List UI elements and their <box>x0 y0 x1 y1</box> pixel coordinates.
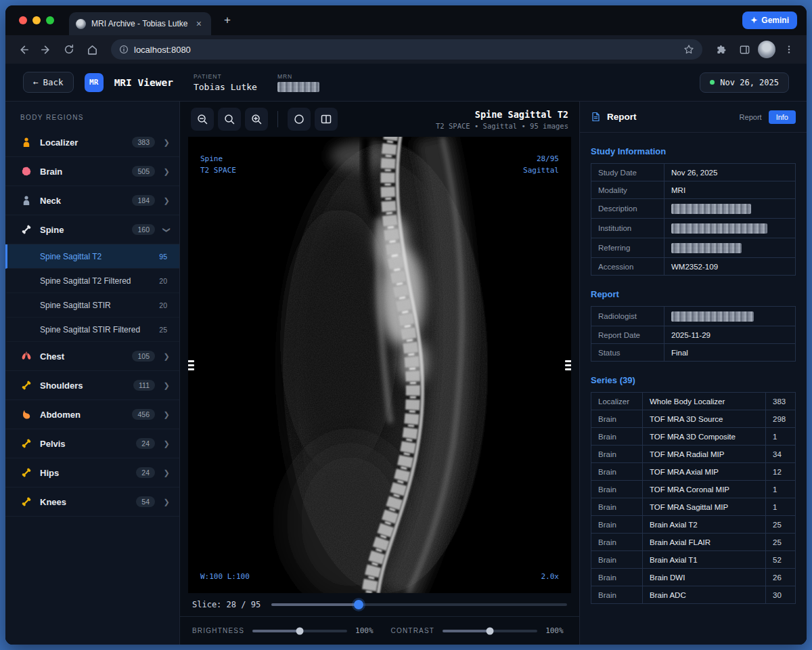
sidebar-item-neck[interactable]: Neck 184 ❯ <box>5 186 179 215</box>
sidebar-item-localizer[interactable]: Localizer 383 ❯ <box>5 128 179 157</box>
region-label: Knees <box>40 497 128 507</box>
sidebar-item-brain[interactable]: Brain 505 ❯ <box>5 157 179 186</box>
bone-icon <box>20 496 32 508</box>
table-row: Status Final <box>591 344 796 362</box>
series-row[interactable]: Brain TOF MRA Radial MIP 34 <box>591 446 796 463</box>
sidebar-item-shoulders[interactable]: Shoulders 111 ❯ <box>5 371 179 400</box>
browser-tab[interactable]: MRI Archive - Tobias Lutke × <box>69 12 211 35</box>
patient-name: Tobias Lutke <box>194 82 257 92</box>
back-arrow-glyph: ← <box>33 77 39 87</box>
count-text: 20 <box>159 277 167 285</box>
tab-title: MRI Archive - Tobias Lutke <box>91 19 188 28</box>
brightness-slider[interactable] <box>252 630 347 632</box>
series-row[interactable]: Brain Brain Axial T1 52 <box>591 551 796 569</box>
count-badge: 111 <box>133 380 155 391</box>
close-window-button[interactable] <box>19 16 27 24</box>
browser-window: MRI Archive - Tobias Lutke × + ✦ Gemini <box>5 5 807 645</box>
sidebar-subitem-spine-sagittal-stir-filtered[interactable]: Spine Sagittal STIR Filtered 25 <box>5 318 179 342</box>
extensions-icon[interactable] <box>712 40 731 59</box>
status-dot-icon <box>710 80 715 85</box>
series-row[interactable]: Localizer Whole Body Localizer 383 <box>591 393 796 410</box>
body-regions-sidebar: BODY REGIONS Localizer 383 ❯ Brain 505 ❯ <box>5 102 180 645</box>
series-heading: Series (39) <box>591 375 796 385</box>
series-row[interactable]: Brain TOF MRA 3D Source 298 <box>591 410 796 428</box>
series-row[interactable]: Brain Brain Axial T2 25 <box>591 516 796 534</box>
study-date-badge: Nov 26, 2025 <box>700 72 789 93</box>
layout-columns-icon[interactable] <box>315 108 338 131</box>
table-row: Accession WM2352-109 <box>591 258 796 276</box>
table-row: Referring <box>591 238 796 258</box>
zoom-icon[interactable] <box>218 108 241 131</box>
series-row[interactable]: Brain Brain Axial FLAIR 25 <box>591 534 796 551</box>
redacted-text <box>671 223 767 234</box>
sidebar-item-spine[interactable]: Spine 160 ❯ <box>5 215 179 244</box>
report-table: Radiologist Report Date 2025-11-29 Statu… <box>591 306 796 362</box>
subregion-label: Spine Sagittal T2 Filtered <box>40 276 154 286</box>
forward-arrow-icon[interactable] <box>37 40 55 59</box>
menu-kebab-icon[interactable] <box>780 40 798 59</box>
sidebar-item-pelvis[interactable]: Pelvis 24 ❯ <box>5 429 179 458</box>
panel-scroll-area[interactable]: Study Information Study Date Nov 26, 202… <box>580 133 807 645</box>
image-adjust-row: BRIGHTNESS 100% CONTRAST 100% <box>180 616 579 645</box>
chevron-right-icon: ❯ <box>163 381 170 390</box>
chevron-right-icon: ❯ <box>163 410 170 419</box>
address-bar[interactable]: localhost:8080 <box>111 39 702 60</box>
report-heading: Report <box>591 289 796 299</box>
region-label: Brain <box>40 167 124 177</box>
minimize-window-button[interactable] <box>32 16 41 24</box>
brain-icon <box>20 166 32 177</box>
redacted-text <box>671 243 742 253</box>
mri-canvas[interactable]: Spine T2 SPACE 28/95 Sagittal W:100 L:10… <box>188 137 571 593</box>
series-row[interactable]: Brain Brain ADC 30 <box>591 586 796 604</box>
tab-info[interactable]: Info <box>769 110 796 124</box>
browser-titlebar: MRI Archive - Tobias Lutke × + ✦ Gemini <box>5 5 807 35</box>
slice-slider[interactable] <box>271 603 567 606</box>
back-button[interactable]: ← Back <box>23 72 74 93</box>
region-label: Neck <box>40 196 124 206</box>
sidebar-subitem-spine-sagittal-stir[interactable]: Spine Sagittal STIR 20 <box>5 293 179 318</box>
chevron-right-icon: ❯ <box>163 498 170 506</box>
new-tab-button[interactable]: + <box>219 12 235 28</box>
sidebar-item-chest[interactable]: Chest 105 ❯ <box>5 342 179 371</box>
sidebar-item-hips[interactable]: Hips 24 ❯ <box>5 458 179 488</box>
sidebar-item-abdomen[interactable]: Abdomen 456 ❯ <box>5 400 179 429</box>
url-text: localhost:8080 <box>134 45 191 55</box>
series-row[interactable]: Brain TOF MRA Sagittal MIP 1 <box>591 498 796 516</box>
count-text: 25 <box>159 326 167 334</box>
right-panel-drag-handle[interactable] <box>565 360 571 370</box>
sidebar-subitem-spine-sagittal-t2-filtered[interactable]: Spine Sagittal T2 Filtered 20 <box>5 269 179 293</box>
sidebar-item-knees[interactable]: Knees 54 ❯ <box>5 488 179 517</box>
contrast-slider-thumb[interactable] <box>487 627 494 634</box>
bone-icon <box>20 380 32 391</box>
image-viewer: Spine Sagittal T2 T2 SPACE • Sagittal • … <box>180 102 579 645</box>
left-panel-drag-handle[interactable] <box>188 360 194 370</box>
panel-view-toggle: Report Info <box>740 110 796 124</box>
info-icon[interactable] <box>119 45 129 54</box>
home-icon[interactable] <box>83 40 102 59</box>
brightness-slider-thumb[interactable] <box>296 627 304 634</box>
side-panel-icon[interactable] <box>735 40 754 59</box>
maximize-window-button[interactable] <box>46 16 54 24</box>
slice-slider-thumb[interactable] <box>354 600 363 609</box>
reload-icon[interactable] <box>60 40 78 59</box>
circle-tool-icon[interactable] <box>288 108 311 131</box>
sidebar-subitem-spine-sagittal-t2[interactable]: Spine Sagittal T2 95 <box>5 244 179 269</box>
tab-close-icon[interactable]: × <box>194 18 204 30</box>
zoom-in-icon[interactable] <box>245 108 268 131</box>
count-text: 95 <box>159 253 167 261</box>
tab-report[interactable]: Report <box>740 113 762 121</box>
gemini-badge[interactable]: ✦ Gemini <box>742 12 797 29</box>
series-row[interactable]: Brain Brain DWI 26 <box>591 569 796 586</box>
series-row[interactable]: Brain TOF MRA Axial MIP 12 <box>591 463 796 481</box>
back-arrow-icon[interactable] <box>14 40 32 59</box>
series-row[interactable]: Brain TOF MRA Coronal MIP 1 <box>591 481 796 498</box>
profile-avatar[interactable] <box>758 41 775 58</box>
contrast-slider[interactable] <box>443 630 537 632</box>
region-label: Pelvis <box>40 439 128 449</box>
series-row[interactable]: Brain TOF MRA 3D Composite 1 <box>591 428 796 446</box>
region-label: Localizer <box>40 137 124 148</box>
table-row: Institution <box>591 219 796 238</box>
bookmark-star-icon[interactable] <box>683 44 694 55</box>
zoom-out-icon[interactable] <box>191 108 214 131</box>
count-badge: 24 <box>136 467 155 478</box>
